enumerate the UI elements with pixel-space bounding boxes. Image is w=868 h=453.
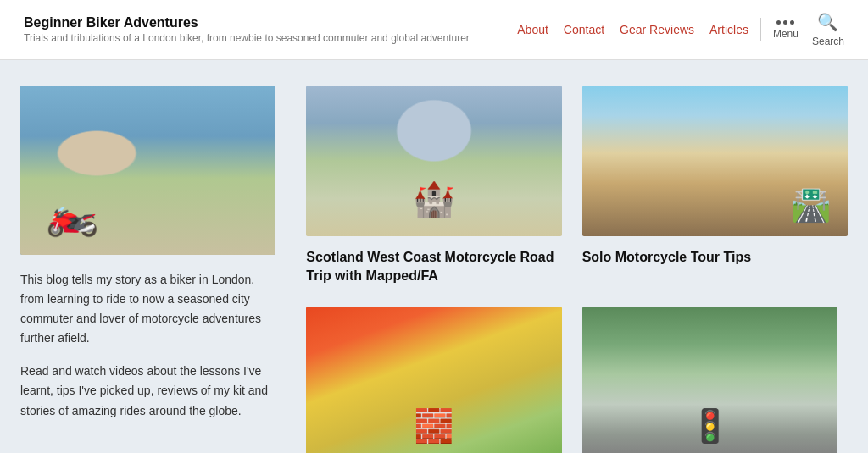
card-scotland-title: Scotland West Coast Motorcycle Road Trip… xyxy=(306,248,561,286)
menu-button[interactable]: Menu xyxy=(773,20,798,40)
card-security-image-inner xyxy=(306,307,561,453)
card-filtering-image xyxy=(582,307,837,453)
menu-dots-icon xyxy=(776,20,794,25)
site-title: Beginner Biker Adventures xyxy=(24,15,470,30)
hero-image xyxy=(20,86,275,255)
menu-label: Menu xyxy=(773,28,798,40)
card-filtering[interactable]: Filtering in the City xyxy=(572,286,848,453)
main-nav: About Contact Gear Reviews Articles xyxy=(517,23,748,36)
card-scotland-image xyxy=(306,86,561,236)
card-solo-title: Solo Motorcycle Tour Tips xyxy=(582,248,848,267)
header-divider xyxy=(760,18,761,41)
card-security[interactable]: Motorcycle Security Guide & Best Ways to… xyxy=(296,286,571,453)
main-content: This blog tells my story as a biker in L… xyxy=(0,60,868,453)
card-solo[interactable]: Solo Motorcycle Tour Tips xyxy=(572,86,848,286)
card-solo-image xyxy=(582,86,848,236)
card-filtering-image-inner xyxy=(582,307,837,453)
card-solo-image-inner xyxy=(582,86,848,236)
hero-image-inner xyxy=(20,86,275,255)
site-header: Beginner Biker Adventures Trials and tri… xyxy=(0,0,868,60)
header-extras: Menu 🔍 Search xyxy=(773,12,844,47)
search-label: Search xyxy=(812,36,844,47)
card-scotland-image-inner xyxy=(306,86,561,236)
left-column: This blog tells my story as a biker in L… xyxy=(20,86,296,453)
nav-contact[interactable]: Contact xyxy=(564,23,604,36)
card-security-image xyxy=(306,307,561,453)
search-button[interactable]: 🔍 Search xyxy=(812,12,844,47)
site-tagline: Trials and tribulations of a London bike… xyxy=(24,32,470,44)
description-1: This blog tells my story as a biker in L… xyxy=(20,270,275,348)
nav-articles[interactable]: Articles xyxy=(709,23,748,36)
nav-gear-reviews[interactable]: Gear Reviews xyxy=(620,23,694,36)
card-scotland[interactable]: Scotland West Coast Motorcycle Road Trip… xyxy=(296,86,571,286)
site-branding: Beginner Biker Adventures Trials and tri… xyxy=(24,15,470,44)
nav-about[interactable]: About xyxy=(517,23,548,36)
description-2: Read and watch videos about the lessons … xyxy=(20,362,275,420)
header-right: About Contact Gear Reviews Articles Menu… xyxy=(517,12,844,47)
search-icon: 🔍 xyxy=(817,12,838,32)
